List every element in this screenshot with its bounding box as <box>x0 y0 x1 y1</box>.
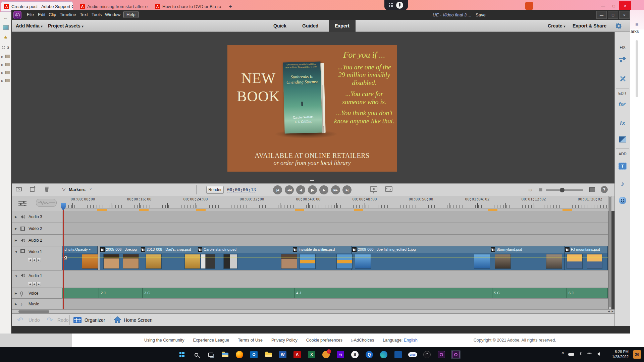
mic-icon[interactable] <box>20 291 23 295</box>
effects-icon[interactable]: fx <box>615 120 630 127</box>
rotate-clip-icon[interactable] <box>30 187 35 192</box>
voice-clip[interactable]: 3 C <box>143 288 294 298</box>
expand-icon[interactable]: ▶ <box>15 302 17 306</box>
taskbar-outlook-icon[interactable]: O <box>249 350 259 359</box>
render-button[interactable]: Render <box>206 186 224 194</box>
redo-icon[interactable]: ↷ <box>47 316 53 324</box>
audio3-lane[interactable] <box>62 211 608 223</box>
voice-clip[interactable]: 6 J <box>567 288 608 298</box>
redo-button[interactable]: Redo <box>57 317 68 323</box>
export-share-button[interactable]: Export & Share <box>573 23 606 28</box>
home-icon[interactable] <box>114 316 121 323</box>
timecode-display[interactable]: 00;00;06;13 <box>227 187 256 192</box>
taskbar-badge[interactable]: 26 <box>633 350 641 359</box>
track-settings-icon[interactable] <box>18 201 26 206</box>
footer-language[interactable]: Language: English <box>383 338 418 343</box>
menu-clip[interactable]: Clip <box>49 12 56 17</box>
tray-chevron-up-icon[interactable]: ^ <box>561 351 564 362</box>
step-back-button[interactable]: ◀| <box>296 185 305 194</box>
back-arrow-icon[interactable]: ← <box>3 15 8 20</box>
taskbar-premiere-elements-icon[interactable] <box>437 350 446 359</box>
taskbar-skype-icon[interactable]: S <box>350 350 360 359</box>
gear-icon[interactable] <box>615 23 622 29</box>
taskbar-app-blue-icon[interactable]: Q <box>365 350 374 359</box>
play-button[interactable]: ▶ <box>308 185 317 194</box>
scrollbar-thumb[interactable] <box>18 310 49 313</box>
taskbar-yahoo-icon[interactable]: Y! <box>336 350 345 359</box>
scroll-right-icon[interactable]: ▶ <box>612 310 613 313</box>
speaker-icon[interactable] <box>20 215 25 219</box>
transitions-icon[interactable] <box>615 136 630 143</box>
collapse-icon[interactable]: ▼ <box>15 250 18 254</box>
project-assets-button[interactable]: Project Assets ▾ <box>48 23 84 28</box>
voice-clip[interactable] <box>62 288 99 298</box>
menu-window[interactable]: Window <box>105 12 120 17</box>
timeline-marker[interactable] <box>562 209 572 211</box>
opacity-rubber-band[interactable] <box>62 257 608 257</box>
app-maximize-button[interactable]: □ <box>608 11 618 19</box>
adjust-icon[interactable] <box>615 57 630 63</box>
app-close-button[interactable]: × <box>619 11 630 19</box>
footer-link[interactable]: Privacy Policy <box>271 338 298 343</box>
tab-expert[interactable]: Expert <box>329 20 356 32</box>
taskbar-edge-icon[interactable] <box>379 350 388 359</box>
folder-icon[interactable] <box>5 79 10 82</box>
home-screen-button[interactable]: Home Screen <box>124 317 153 323</box>
tray-microphone-icon[interactable] <box>580 352 582 355</box>
fullscreen-icon[interactable] <box>385 186 392 192</box>
timeline-vertical-scrollbar[interactable] <box>608 196 611 309</box>
browser-close-button[interactable]: × <box>619 1 631 10</box>
film-icon[interactable] <box>20 249 25 253</box>
taskbar-task-view-icon[interactable] <box>206 350 215 359</box>
keyframe-nav[interactable]: ◀◆▶ <box>28 282 41 286</box>
video-clip[interactable]: 2009-060 - Joe fishing_edited-1.jpg <box>352 246 490 270</box>
timeline-zoom-slider[interactable] <box>546 189 583 191</box>
taskbar-excel-icon[interactable]: X <box>307 350 316 359</box>
menu-file[interactable]: File <box>27 12 34 17</box>
voice-clip[interactable]: 5 C <box>492 288 567 298</box>
voice-clip[interactable]: 2 J <box>99 288 143 298</box>
voice-typing-widget[interactable] <box>384 0 408 10</box>
save-button[interactable]: Save <box>476 12 486 17</box>
menu-tools[interactable]: Tools <box>92 12 102 17</box>
marker-flag-icon[interactable]: ▽ <box>62 186 66 192</box>
app-minimize-button[interactable]: — <box>596 11 607 19</box>
timeline-marker[interactable] <box>97 209 107 211</box>
organizer-button[interactable]: Organizer <box>85 317 105 323</box>
mini-clip-toggle-icon[interactable]: ‹▯› <box>528 188 532 192</box>
rewind-button[interactable]: ◀◀ <box>285 185 294 194</box>
folder-icon[interactable] <box>5 63 10 66</box>
taskbar-acrobat-icon[interactable]: A <box>292 350 302 359</box>
tray-onedrive-icon[interactable] <box>568 353 574 356</box>
create-button[interactable]: Create ▾ <box>548 23 566 28</box>
go-to-start-button[interactable]: |◀ <box>273 185 282 194</box>
browser-minimize-button[interactable]: — <box>598 1 608 10</box>
zoom-in-icon[interactable] <box>589 187 595 192</box>
expand-icon[interactable]: ▶ <box>15 227 17 230</box>
footer-link[interactable]: Cookie preferences <box>306 338 342 343</box>
add-media-button[interactable]: Add Media ▾ <box>16 23 43 28</box>
help-icon[interactable]: ? <box>601 186 608 193</box>
voice-clip[interactable]: 4 J <box>294 288 492 298</box>
footer-link[interactable]: Experience League <box>193 338 229 343</box>
audio-waveform-toggle[interactable] <box>36 199 57 207</box>
film-icon[interactable] <box>20 227 25 231</box>
timeline-marker[interactable] <box>295 209 304 211</box>
browser-maximize-button[interactable]: □ <box>608 1 619 10</box>
taskbar-folder-icon[interactable] <box>264 350 273 359</box>
speaker-icon[interactable] <box>20 238 25 243</box>
taskbar-start-button[interactable] <box>177 350 186 359</box>
folder-icon[interactable] <box>5 55 10 58</box>
browser-extension-icon[interactable] <box>525 2 533 10</box>
taskbar-file-explorer-icon[interactable] <box>220 350 230 359</box>
music-icon[interactable]: ♪ <box>615 179 630 188</box>
audio1-lane[interactable] <box>62 270 608 288</box>
tab-guided[interactable]: Guided <box>296 20 324 32</box>
fast-forward-button[interactable]: ▶▶ <box>331 185 340 194</box>
taskbar-premiere-elements-active-icon[interactable] <box>451 350 461 359</box>
folder-icon[interactable] <box>5 71 10 74</box>
tray-volume-icon[interactable] <box>597 352 600 356</box>
tree-expander-icon[interactable]: ▶ <box>1 55 3 58</box>
titles-text-icon[interactable]: T <box>615 163 630 170</box>
effects-edit-icon[interactable]: fx <box>615 102 630 108</box>
